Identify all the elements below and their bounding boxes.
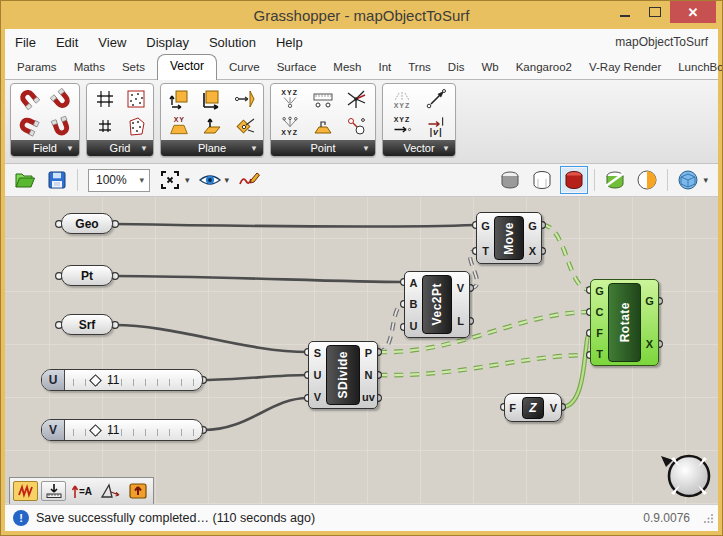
slider-u-track[interactable]: 11	[65, 370, 202, 390]
vec2pt-outputs[interactable]: V L	[452, 272, 469, 337]
publish-tool-button[interactable]	[125, 481, 150, 501]
slider-v[interactable]: V 11	[41, 419, 203, 441]
param-geo[interactable]: Geo	[61, 213, 113, 234]
closest-point-icon[interactable]	[344, 87, 368, 111]
wire-sdivide-n-to-rotate-t[interactable]	[378, 355, 590, 375]
move-outputs[interactable]: G X	[524, 213, 541, 263]
tab-surface[interactable]: Surface	[272, 61, 322, 79]
wire-unitz-v-to-rotate-f[interactable]	[562, 333, 590, 407]
unitz-input[interactable]: F	[505, 394, 520, 421]
rectangular-grid-icon[interactable]	[93, 87, 117, 111]
sdivide-inputs[interactable]: S U V	[309, 342, 326, 408]
minimize-button[interactable]	[610, 1, 640, 23]
wire-sliderU-to-sdivide-u[interactable]	[203, 375, 308, 380]
xy-plane-icon[interactable]: XY	[169, 116, 189, 136]
tab-vray-render[interactable]: V-Ray Render	[584, 61, 666, 79]
square-grid-icon[interactable]	[93, 114, 117, 138]
slider-v-grip[interactable]	[89, 424, 102, 437]
wire-move-g-to-rotate-g[interactable]	[542, 225, 590, 290]
vector-2pt-icon[interactable]	[424, 87, 448, 111]
tab-trns[interactable]: Trns	[403, 61, 436, 79]
tab-curve[interactable]: Curve	[224, 61, 265, 79]
document-preview-icon[interactable]	[676, 168, 700, 192]
rotate-inputs[interactable]: G C F T	[591, 280, 608, 365]
preview-off-icon[interactable]	[603, 168, 627, 192]
param-srf[interactable]: Srf	[61, 314, 113, 335]
tab-int[interactable]: Int	[373, 61, 396, 79]
canvas-navigation-widget[interactable]	[658, 447, 718, 502]
ribbon-group-plane-menu[interactable]: Plane▼	[161, 140, 263, 156]
zoom-dropdown-caret[interactable]: ▾	[185, 175, 190, 185]
slider-v-track[interactable]: 11	[65, 420, 202, 440]
vector-xyz-icon[interactable]: XYZ	[392, 116, 412, 136]
vec2pt-inputs[interactable]: A B U	[405, 272, 422, 337]
adjust-plane-icon[interactable]	[167, 87, 191, 111]
preview-eye-icon[interactable]	[198, 168, 222, 192]
ribbon-group-field-menu[interactable]: Field▼	[11, 140, 79, 156]
tab-sets[interactable]: Sets	[117, 61, 150, 79]
tab-dis[interactable]: Dis	[443, 61, 470, 79]
tab-mesh[interactable]: Mesh	[328, 61, 366, 79]
wire-sliderV-to-sdivide-v[interactable]	[203, 398, 308, 430]
menu-display[interactable]: Display	[136, 35, 199, 50]
populate-geometry-icon[interactable]	[124, 114, 148, 138]
tab-params[interactable]: Params	[12, 61, 62, 79]
ribbon-group-vector-menu[interactable]: Vector▼	[383, 140, 455, 156]
definition-canvas[interactable]: Geo Pt Srf U 11 V 11 S	[5, 197, 718, 504]
slider-u-grip[interactable]	[89, 374, 102, 387]
slider-u[interactable]: U 11	[41, 369, 203, 391]
shaded-preview-icon[interactable]	[498, 168, 522, 192]
zoom-extents-icon[interactable]	[158, 168, 182, 192]
plane-origin-icon[interactable]	[200, 87, 224, 111]
align-plane-icon[interactable]	[233, 87, 257, 111]
sketch-tool-icon[interactable]	[237, 168, 261, 192]
sdivide-label[interactable]: SDivide	[326, 345, 360, 405]
preview-dropdown-caret[interactable]: ▾	[225, 175, 230, 185]
wire-geo-to-move-g[interactable]	[115, 224, 476, 227]
pull-point-icon[interactable]	[344, 114, 368, 138]
zoom-level-combobox[interactable]: 100% ▾	[88, 169, 150, 192]
component-move[interactable]: G T Move G X	[476, 212, 542, 264]
param-pt[interactable]: Pt	[61, 265, 113, 286]
deconstruct-vector-icon[interactable]: XYZ	[392, 89, 412, 109]
resize-grip[interactable]	[704, 513, 714, 523]
menu-edit[interactable]: Edit	[46, 35, 88, 50]
ribbon-group-point-menu[interactable]: Point▼	[271, 140, 375, 156]
wire-srf-to-sdivide-s[interactable]	[115, 325, 308, 352]
populate-2d-icon[interactable]	[124, 87, 148, 111]
vector-length-icon[interactable]: |v|	[426, 115, 446, 137]
distance-icon[interactable]	[311, 87, 335, 111]
sketch-mode-button[interactable]	[13, 481, 38, 501]
field-magnet-icon[interactable]	[12, 82, 46, 116]
menu-view[interactable]: View	[88, 35, 136, 50]
construct-point-icon[interactable]: XYZ	[280, 89, 300, 109]
menu-help[interactable]: Help	[266, 35, 313, 50]
wireframe-preview-icon[interactable]	[530, 168, 554, 192]
text-size-tool-button[interactable]: =A	[69, 481, 94, 501]
component-unit-z[interactable]: F Z V	[504, 393, 562, 422]
rendered-preview-icon[interactable]	[562, 168, 586, 192]
barycentric-icon[interactable]	[311, 114, 335, 138]
tab-kangaroo2[interactable]: Kangaroo2	[511, 61, 577, 79]
align-to-grid-button[interactable]	[41, 481, 66, 501]
save-file-icon[interactable]	[45, 168, 69, 192]
tab-wb[interactable]: Wb	[476, 61, 503, 79]
custom-preview-icon[interactable]	[635, 168, 659, 192]
titlebar[interactable]: Grasshopper - mapObjectToSurf ✕	[1, 1, 722, 29]
deconstruct-point-icon[interactable]: XYZ	[280, 116, 300, 136]
tab-lunchbox[interactable]: LunchBox	[673, 61, 723, 79]
component-rotate[interactable]: G C F T Rotate G X	[590, 279, 659, 366]
menu-solution[interactable]: Solution	[199, 35, 266, 50]
wire-pt-to-vec2pt-a[interactable]	[115, 276, 404, 282]
plane-fit-icon[interactable]	[233, 114, 257, 138]
sdivide-outputs[interactable]: P N uv	[360, 342, 377, 408]
wire-sdivide-p-to-vec2pt-b[interactable]	[378, 304, 404, 352]
open-file-icon[interactable]	[13, 168, 37, 192]
tab-maths[interactable]: Maths	[69, 61, 110, 79]
component-vec2pt[interactable]: A B U Vec2Pt V L	[404, 271, 470, 338]
ribbon-group-grid-menu[interactable]: Grid▼	[87, 140, 153, 156]
move-label[interactable]: Move	[494, 216, 524, 260]
angle-tool-button[interactable]	[97, 481, 122, 501]
rotate-label[interactable]: Rotate	[608, 283, 641, 362]
menu-file[interactable]: File	[5, 35, 46, 50]
